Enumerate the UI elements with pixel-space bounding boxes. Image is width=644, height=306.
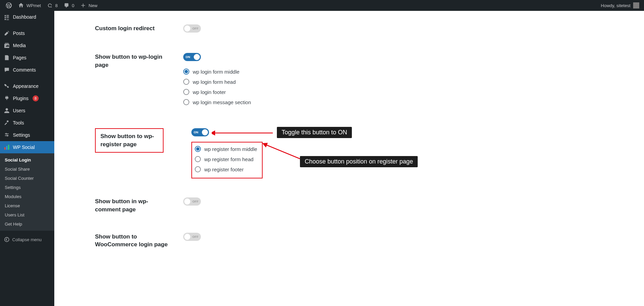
wordpress-icon [5,2,12,9]
toggle-woocommerce[interactable]: OFF [183,233,201,241]
toggle-wp-login[interactable]: ON [183,53,201,61]
greeting[interactable]: Howdy, sitetest [601,3,630,8]
menu-users-label: Users [13,108,25,113]
collapse-menu[interactable]: Collapse menu [0,233,54,246]
toggle-state: OFF [192,200,198,203]
posts-icon [3,30,10,37]
label-custom-login-redirect: Custom login redirect [95,24,170,33]
radio-icon [183,99,189,105]
plugins-icon [3,95,10,102]
tools-icon [3,119,10,126]
radio-wp-register-footer[interactable]: wp register footer [195,166,257,172]
radio-label: wp register form head [204,156,253,162]
svg-point-3 [5,237,9,242]
row-woocommerce: Show button to WooCommerce login page OF… [95,233,624,249]
radio-icon [195,156,201,162]
toggle-knob [184,198,190,205]
plus-icon [80,2,87,9]
row-custom-login-redirect: Custom login redirect OFF [95,24,624,34]
radio-wp-register-head[interactable]: wp register form head [195,156,257,162]
submenu-license[interactable]: License [0,201,54,210]
radios-wp-register: wp register form middle wp register form… [195,146,257,172]
arrow-toggle [212,130,276,136]
pages-icon [3,54,10,61]
label-wp-login: Show button to wp-login page [95,53,170,69]
menu-media[interactable]: Media [0,39,54,52]
menu-pages[interactable]: Pages [0,52,54,64]
menu-users[interactable]: Users [0,104,54,117]
row-wp-register: Show button to wp-register page ON wp re… [95,128,624,178]
submenu-social-share[interactable]: Social Share [0,165,54,174]
toggle-custom-login-redirect[interactable]: OFF [183,24,201,33]
svg-line-5 [265,145,300,159]
radio-wp-login-message[interactable]: wp login message section [183,99,624,105]
menu-dashboard-label: Dashboard [13,14,36,20]
collapse-icon [4,237,10,242]
highlight-label-wp-register: Show button to wp-register page [95,128,164,153]
new-content-link[interactable]: New [77,0,100,11]
menu-tools-label: Tools [13,120,24,126]
arrow-position [263,142,303,162]
radio-wp-login-head[interactable]: wp login form head [183,79,624,85]
wordpress-logo[interactable] [3,0,15,11]
toggle-state: OFF [192,27,198,30]
menu-plugins-label: Plugins [13,96,29,101]
site-home-link[interactable]: WPmet [15,0,44,11]
menu-dashboard[interactable]: Dashboard [0,11,54,23]
menu-comments[interactable]: Comments [0,64,54,76]
admin-bar-right: Howdy, sitetest [601,2,641,8]
svg-rect-1 [6,146,7,150]
wp-social-submenu: Social Login Social Share Social Counter… [0,153,54,231]
menu-tools[interactable]: Tools [0,117,54,129]
submenu-social-counter[interactable]: Social Counter [0,174,54,183]
submenu-modules[interactable]: Modules [0,192,54,201]
label-woocommerce: Show button to WooCommerce login page [95,233,170,249]
control-wp-register: ON wp register form middle wp register f… [191,128,624,178]
comments-link[interactable]: 0 [60,0,77,11]
radio-wp-register-middle[interactable]: wp register form middle [195,146,257,152]
radio-label: wp register form middle [204,146,257,152]
wp-social-icon [3,144,10,151]
radios-wp-login: wp login form middle wp login form head … [183,69,624,105]
submenu-users-list[interactable]: Users List [0,210,54,219]
update-icon [46,2,53,9]
settings-content: Custom login redirect OFF Show button to… [54,11,644,306]
control-wp-login: ON wp login form middle wp login form he… [183,53,624,109]
menu-comments-label: Comments [13,67,36,73]
media-icon [3,42,10,49]
users-icon [3,107,10,114]
toggle-knob [184,25,190,32]
submenu-social-login[interactable]: Social Login [0,155,54,165]
radio-wp-login-middle[interactable]: wp login form middle [183,69,624,75]
comments-count: 0 [72,3,74,8]
toggle-wp-register[interactable]: ON [191,128,209,136]
toggle-state: ON [186,55,190,59]
avatar[interactable] [633,2,639,8]
menu-settings[interactable]: Settings [0,129,54,141]
new-label: New [89,3,97,8]
comment-icon [63,2,70,9]
menu-plugins[interactable]: Plugins 8 [0,92,54,104]
radio-icon [183,89,189,95]
radio-icon [195,146,201,152]
menu-posts[interactable]: Posts [0,27,54,39]
toggle-wp-comment[interactable]: OFF [183,197,201,206]
submenu-get-help[interactable]: Get Help [0,219,54,229]
callout-toggle: Toggle this button to ON [277,127,352,138]
radio-label: wp login form head [193,79,236,85]
callout-position: Choose button position on register page [300,156,418,167]
radio-icon [183,69,189,75]
control-wp-comment: OFF [183,197,624,207]
radio-wp-login-footer[interactable]: wp login footer [183,89,624,95]
highlight-radios-wp-register: wp register form middle wp register form… [191,142,263,178]
menu-appearance[interactable]: Appearance [0,80,54,92]
updates-link[interactable]: 8 [44,0,60,11]
site-name: WPmet [26,3,41,8]
toggle-knob [184,234,190,240]
submenu-settings[interactable]: Settings [0,183,54,192]
admin-sidebar: Dashboard Posts Media Pages Comments App… [0,11,54,306]
radio-icon [183,79,189,85]
label-wp-register: Show button to wp-register page [100,132,158,149]
menu-wp-social[interactable]: WP Social [0,141,54,153]
settings-icon [3,132,10,138]
